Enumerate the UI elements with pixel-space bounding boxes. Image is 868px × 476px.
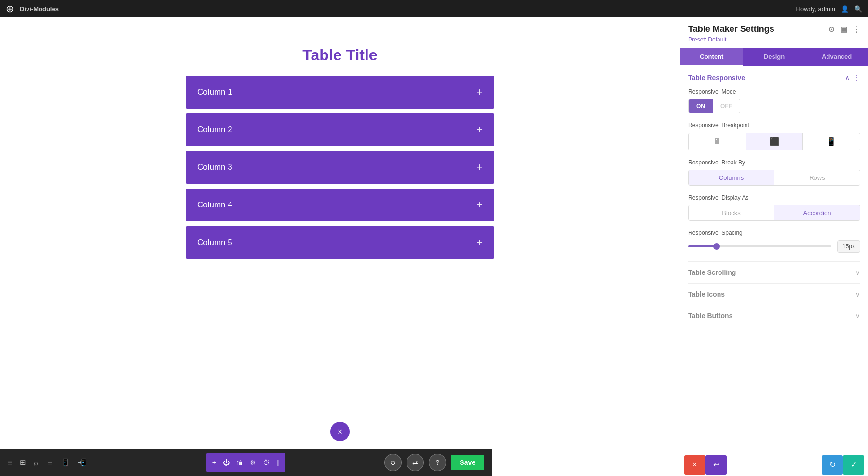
undo-icon: ↩ — [713, 460, 719, 469]
toggle-on-button[interactable]: ON — [689, 99, 713, 113]
target-icon[interactable]: ⊙ — [828, 25, 835, 34]
floating-close-button[interactable]: × — [330, 422, 350, 441]
responsive-display-as-label: Responsive: Display As — [688, 194, 860, 201]
column-1-add-icon[interactable]: + — [476, 86, 483, 98]
panel-undo-button[interactable]: ↩ — [705, 455, 727, 475]
breakpoint-group: 🖥 ⬛ 📱 — [688, 133, 860, 150]
table-responsive-section: Table Responsive ∧ ⋮ Responsive: Mode ON… — [688, 74, 860, 253]
column-row-3[interactable]: Column 3 + — [186, 151, 494, 184]
settings-icon[interactable]: ⚙ — [250, 459, 256, 466]
table-buttons-title: Table Buttons — [688, 312, 732, 320]
responsive-mode-toggle[interactable]: ON OFF — [688, 99, 740, 113]
column-4-label: Column 4 — [197, 200, 232, 210]
column-3-label: Column 3 — [197, 163, 232, 172]
column-row-2[interactable]: Column 2 + — [186, 113, 494, 146]
zoom-icon[interactable]: ⌕ — [34, 459, 38, 467]
column-5-label: Column 5 — [197, 238, 232, 247]
greeting-text: Howdy, admin — [796, 5, 835, 13]
table-icons-section[interactable]: Table Icons ∨ — [688, 283, 860, 305]
toggle-off-button[interactable]: OFF — [713, 99, 740, 113]
column-3-add-icon[interactable]: + — [476, 161, 483, 174]
column-2-label: Column 2 — [197, 125, 232, 135]
table-scrolling-section[interactable]: Table Scrolling ∨ — [688, 261, 860, 283]
tablet-icon[interactable]: 📱 — [61, 458, 70, 467]
columns-view-icon[interactable]: ▣ — [841, 25, 847, 34]
delete-icon[interactable]: 🗑 — [236, 459, 243, 466]
grid-icon[interactable]: ⊞ — [20, 458, 26, 467]
portable-icon: ⇄ — [412, 459, 418, 466]
slider-fill — [688, 245, 717, 247]
breakpoint-desktop[interactable]: 🖥 — [689, 133, 746, 150]
responsive-breakpoint-field: Responsive: Breakpoint 🖥 ⬛ 📱 — [688, 122, 860, 150]
settings-header: Table Maker Settings ⊙ ▣ ⋮ Preset: Defau… — [680, 17, 868, 48]
user-icon[interactable]: 👤 — [841, 5, 849, 13]
panel-confirm-button[interactable]: ✓ — [843, 455, 864, 475]
settings-header-icons: ⊙ ▣ ⋮ — [828, 25, 860, 34]
settings-title-text: Table Maker Settings — [688, 24, 774, 34]
display-accordion[interactable]: Accordion — [774, 205, 860, 220]
chevron-down-icon-3: ∨ — [855, 313, 860, 320]
responsive-spacing-label: Responsive: Spacing — [688, 230, 860, 236]
wordpress-icon: ⊕ — [6, 3, 14, 14]
timer-icon[interactable]: ⏱ — [263, 459, 270, 466]
tab-design[interactable]: Design — [743, 48, 806, 66]
table-title: Table Title — [302, 46, 377, 64]
save-button[interactable]: Save — [451, 455, 484, 470]
canvas-content: Table Title Column 1 + Column 2 + Column… — [0, 17, 680, 476]
tab-content[interactable]: Content — [680, 48, 743, 66]
column-2-add-icon[interactable]: + — [476, 123, 483, 136]
history-button[interactable]: ⊙ — [384, 454, 402, 471]
breakpoint-tablet[interactable]: ⬛ — [746, 133, 803, 150]
column-row-1[interactable]: Column 1 + — [186, 76, 494, 109]
settings-content: Table Responsive ∧ ⋮ Responsive: Mode ON… — [680, 66, 868, 453]
menu-icon[interactable]: ≡ — [8, 459, 12, 467]
add-module-icon[interactable]: + — [212, 459, 216, 466]
panel-redo-button[interactable]: ↻ — [822, 455, 843, 475]
responsive-break-by-label: Responsive: Break By — [688, 159, 860, 166]
canvas-bottom-bar: ≡ ⊞ ⌕ 🖥 📱 📲 + ⏻ 🗑 ⚙ ⏱ || ⊙ — [0, 449, 492, 476]
help-button[interactable]: ? — [429, 454, 446, 471]
settings-tabs: Content Design Advanced — [680, 48, 868, 66]
display-blocks[interactable]: Blocks — [689, 205, 774, 220]
responsive-mode-field: Responsive: Mode ON OFF — [688, 88, 860, 113]
more-options-icon[interactable]: ⋮ — [853, 25, 860, 34]
chevron-down-icon: ∨ — [855, 269, 860, 276]
topbar-right: Howdy, admin 👤 🔍 — [796, 5, 862, 13]
responsive-display-as-field: Responsive: Display As Blocks Accordion — [688, 194, 860, 221]
mobile-icon[interactable]: 📲 — [78, 458, 87, 467]
column-5-add-icon[interactable]: + — [476, 236, 483, 249]
responsive-breakpoint-label: Responsive: Breakpoint — [688, 122, 860, 129]
responsive-break-by-field: Responsive: Break By Columns Rows — [688, 159, 860, 186]
tab-advanced[interactable]: Advanced — [805, 48, 868, 66]
table-buttons-section[interactable]: Table Buttons ∨ — [688, 305, 860, 326]
power-icon[interactable]: ⏻ — [223, 459, 230, 466]
section-title-responsive: Table Responsive — [688, 74, 745, 82]
section-collapse-responsive[interactable]: ∧ ⋮ — [845, 74, 860, 82]
chevron-up-icon: ∧ — [845, 74, 850, 82]
table-icons-title: Table Icons — [688, 290, 725, 298]
spacing-slider-row: 15px — [688, 240, 860, 253]
break-by-columns[interactable]: Columns — [689, 170, 774, 185]
panel-close-button[interactable]: × — [684, 455, 705, 475]
break-by-group: Columns Rows — [688, 170, 860, 186]
column-row-4[interactable]: Column 4 + — [186, 189, 494, 221]
table-columns: Column 1 + Column 2 + Column 3 + Column … — [186, 76, 494, 259]
portable-button[interactable]: ⇄ — [407, 454, 424, 471]
desktop-icon[interactable]: 🖥 — [46, 459, 53, 467]
break-by-rows[interactable]: Rows — [774, 170, 860, 185]
site-name[interactable]: Divi-Modules — [20, 5, 59, 13]
settings-panel: Table Maker Settings ⊙ ▣ ⋮ Preset: Defau… — [680, 17, 868, 476]
close-panel-icon: × — [692, 461, 697, 469]
slider-thumb[interactable] — [713, 243, 720, 250]
slider-value: 15px — [837, 240, 860, 253]
settings-title: Table Maker Settings ⊙ ▣ ⋮ — [688, 24, 860, 34]
columns-icon[interactable]: || — [276, 459, 280, 466]
search-icon[interactable]: 🔍 — [854, 5, 862, 13]
column-row-5[interactable]: Column 5 + — [186, 226, 494, 259]
breakpoint-phone[interactable]: 📱 — [803, 133, 860, 150]
column-4-add-icon[interactable]: + — [476, 199, 483, 211]
preset-selector[interactable]: Preset: Default — [688, 36, 860, 43]
display-as-group: Blocks Accordion — [688, 205, 860, 221]
chevron-down-icon-2: ∨ — [855, 291, 860, 298]
more-section-icon: ⋮ — [854, 74, 860, 82]
